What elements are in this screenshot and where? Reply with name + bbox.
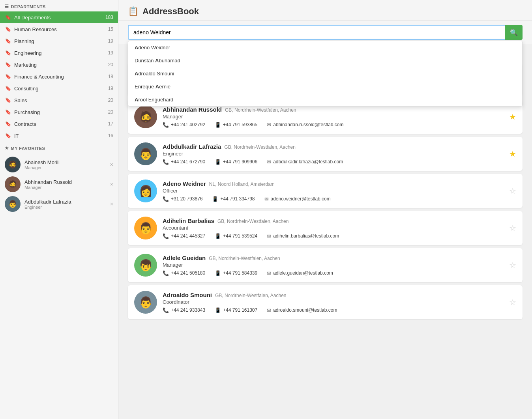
dept-count: 15 [108, 26, 113, 32]
department-list: 🔖 All Departments 183 🔖 Human Resources … [0, 11, 118, 142]
contact-details: 📞 +44 241 933843 📱 +44 791 161307 ✉ adro… [163, 307, 504, 313]
favorite-item: 👨 Adbdulkadir Lafrazia Engineer × [5, 194, 113, 214]
sidebar-item-purchasing[interactable]: 🔖 Purchasing 20 [0, 106, 118, 118]
autocomplete-item[interactable]: Adroaldo Smouni [128, 67, 522, 80]
email-detail: ✉ adeno.weidner@testlab.com [264, 196, 331, 202]
contact-name: Adbdulkadir Lafrazia [163, 143, 221, 150]
phone-number: +44 241 672790 [171, 159, 205, 165]
sidebar-item-it[interactable]: 🔖 IT 16 [0, 130, 118, 142]
contact-card: 👨 Adbdulkadir Lafrazia GB, Nordrhein-Wes… [128, 137, 523, 171]
contact-name-row: Adlele Gueidan GB, Nordrhein-Westfalen, … [163, 254, 504, 261]
email-detail: ✉ adlele.gueidan@testlab.com [267, 270, 333, 276]
contact-name: Adlele Gueidan [163, 254, 206, 261]
dept-count: 20 [108, 109, 113, 115]
contact-details: 📞 +31 20 793876 📱 +44 791 334798 ✉ adeno… [163, 196, 504, 202]
favorites-section: ★ MY FAVORITES 🧔 Abainesh Morill Manager… [0, 142, 118, 218]
phone-detail: 📞 +44 241 933843 [163, 307, 205, 313]
mobile-number: +44 791 909906 [223, 159, 257, 165]
remove-favorite-button[interactable]: × [110, 161, 113, 168]
contact-role: Manager [163, 114, 504, 120]
contact-location: GB, Nordrhein-Westfalen, Aachen [224, 144, 296, 150]
favorite-star[interactable]: ★ [509, 149, 516, 159]
mobile-icon: 📱 [215, 159, 221, 165]
email-address: adbdulkadir.lafrazia@testlab.com [273, 159, 343, 165]
dept-count: 20 [108, 97, 113, 103]
contact-info: Abhinandan Russold GB, Nordrhein-Westfal… [163, 106, 504, 128]
fav-role: Manager [24, 165, 106, 170]
favorite-item: 🧔 Abhinandan Russold Manager × [5, 174, 113, 194]
mobile-number: +44 791 584339 [223, 270, 257, 276]
contact-details: 📞 +44 241 505180 📱 +44 791 584339 ✉ adle… [163, 270, 504, 276]
avatar: 👨 [134, 217, 157, 239]
contact-card: 👩 Adeno Weidner NL, Noord Holland, Amste… [128, 174, 523, 208]
sidebar-item-marketing[interactable]: 🔖 Marketing 20 [0, 59, 118, 71]
email-address: adroaldo.smouni@testlab.com [273, 307, 337, 313]
sidebar-item-contracts[interactable]: 🔖 Contracts 17 [0, 118, 118, 130]
mobile-detail: 📱 +44 791 593865 [215, 122, 257, 128]
phone-number: +44 241 933843 [171, 307, 205, 313]
phone-detail: 📞 +31 20 793876 [163, 196, 202, 202]
dept-icon: 🔖 [5, 97, 11, 103]
search-input[interactable] [128, 25, 505, 40]
contact-role: Manager [163, 262, 504, 268]
search-button[interactable]: 🔍 [505, 25, 523, 40]
contact-details: 📞 +44 241 445327 📱 +44 791 539524 ✉ adih… [163, 233, 504, 239]
dept-label: Finance & Accounting [14, 74, 108, 80]
phone-detail: 📞 +44 241 402792 [163, 122, 205, 128]
autocomplete-item[interactable]: Arool Enguehard [128, 93, 522, 106]
mobile-icon: 📱 [215, 307, 221, 313]
fav-name: Abainesh Morill [24, 159, 106, 165]
fav-role: Manager [24, 185, 106, 190]
contact-info: Adeno Weidner NL, Noord Holland, Amsterd… [163, 180, 504, 202]
departments-icon: ☰ [5, 4, 9, 9]
sidebar-item-planning[interactable]: 🔖 Planning 19 [0, 35, 118, 47]
fav-role: Engineer [24, 205, 106, 210]
main-content: 📋 AddressBook 🔍 Adeno Weidner Dunstan Ab… [118, 0, 532, 419]
dept-label: All Departments [14, 15, 105, 21]
favorite-star[interactable]: ☆ [509, 297, 516, 307]
sidebar-item-consulting[interactable]: 🔖 Consulting 19 [0, 82, 118, 94]
contact-location: GB, Nordrhein-Westfalen, Aachen [217, 219, 289, 224]
email-address: adihelin.barbalias@testlab.com [273, 233, 339, 239]
contact-name-row: Adihelin Barbalias GB, Nordrhein-Westfal… [163, 217, 504, 224]
mobile-number: +44 791 161307 [223, 307, 257, 313]
contact-location: GB, Nordrhein-Westfalen, Aachen [225, 107, 296, 113]
email-icon: ✉ [267, 159, 271, 165]
favorite-star[interactable]: ★ [509, 112, 516, 122]
contact-info: Adbdulkadir Lafrazia GB, Nordrhein-Westf… [163, 143, 504, 165]
dept-icon: 🔖 [5, 50, 11, 56]
contact-name-row: Adeno Weidner NL, Noord Holland, Amsterd… [163, 180, 504, 187]
favorite-star[interactable]: ☆ [509, 223, 516, 233]
dept-icon: 🔖 [5, 73, 11, 80]
favorite-star[interactable]: ☆ [509, 260, 516, 270]
sidebar-item-all-departments[interactable]: 🔖 All Departments 183 [0, 11, 118, 23]
contact-location: GB, Nordrhein-Westfalen, Aachen [215, 293, 287, 298]
sidebar-item-finance--accounting[interactable]: 🔖 Finance & Accounting 18 [0, 71, 118, 82]
search-row: 🔍 [128, 25, 523, 40]
phone-icon: 📞 [163, 233, 169, 239]
remove-favorite-button[interactable]: × [110, 181, 113, 187]
contact-role: Coordinator [163, 299, 504, 305]
contact-name: Abhinandan Russold [163, 106, 222, 113]
favorite-star[interactable]: ☆ [509, 186, 516, 196]
autocomplete-item[interactable]: Adeno Weidner [128, 41, 522, 54]
contact-role: Officer [163, 188, 504, 194]
avatar: 🧔 [134, 105, 157, 128]
dept-label: Human Resources [14, 26, 108, 32]
email-icon: ✉ [267, 122, 271, 128]
dept-icon: 🔖 [5, 62, 11, 68]
search-icon: 🔍 [510, 29, 518, 36]
autocomplete-dropdown: Adeno Weidner Dunstan Abuhamad Adroaldo … [128, 41, 523, 107]
contact-card: 👦 Adlele Gueidan GB, Nordrhein-Westfalen… [128, 248, 523, 282]
sidebar-item-engineering[interactable]: 🔖 Engineering 19 [0, 47, 118, 59]
dept-label: Sales [14, 97, 108, 103]
sidebar-item-human-resources[interactable]: 🔖 Human Resources 15 [0, 23, 118, 35]
autocomplete-item[interactable]: Enreque Aernie [128, 80, 522, 93]
remove-favorite-button[interactable]: × [110, 201, 113, 207]
autocomplete-item[interactable]: Dunstan Abuhamad [128, 54, 522, 67]
sidebar-item-sales[interactable]: 🔖 Sales 20 [0, 94, 118, 106]
phone-number: +44 241 402792 [171, 122, 205, 127]
dept-label: Engineering [14, 50, 108, 56]
dept-count: 19 [108, 86, 113, 91]
favorites-title: ★ MY FAVORITES [5, 146, 113, 151]
